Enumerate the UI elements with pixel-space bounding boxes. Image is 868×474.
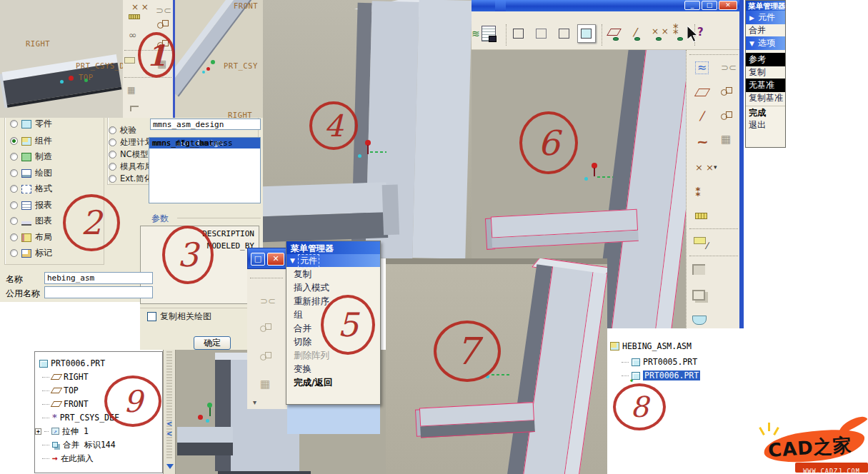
note-tool-icon[interactable]: [124, 57, 135, 64]
menu-item-transform[interactable]: 变换: [286, 362, 380, 375]
menu-item-no-datum-selected[interactable]: 无基准: [746, 79, 785, 92]
model-geometry-column[interactable]: [507, 264, 607, 474]
datum-point-tool-icon[interactable]: × ×: [695, 163, 714, 172]
plane-offset-icon[interactable]: [260, 323, 271, 333]
menu-manager-popup-title[interactable]: 菜单管理器: [286, 241, 380, 254]
model-geometry-beam[interactable]: [419, 402, 542, 443]
scroll-down-arrow[interactable]: [166, 464, 174, 469]
grid-tool-icon[interactable]: ▦: [127, 86, 135, 94]
pattern-grid-icon[interactable]: ▦: [721, 134, 731, 145]
type-option-report[interactable]: 报表: [10, 199, 52, 211]
tree-item-front[interactable]: FRONT: [42, 398, 89, 410]
menu-item-quit[interactable]: 退出: [746, 119, 785, 131]
type-option-diagram[interactable]: 图表: [10, 215, 52, 227]
menu-item-merge[interactable]: 合并: [746, 24, 785, 36]
tree-item-part6-selected[interactable]: ◆PRT0006.PRT: [622, 369, 700, 382]
common-name-field[interactable]: [44, 286, 153, 298]
model-geometry-beam[interactable]: [491, 209, 642, 254]
copy-drawings-checkbox-row[interactable]: 复制相关绘图: [147, 311, 211, 323]
datum-axes-toggle-icon[interactable]: /: [633, 27, 637, 38]
corner-tool-icon[interactable]: [130, 106, 139, 111]
tree-item-part[interactable]: PRT0006.PRT: [39, 357, 105, 370]
axis-offset-icon[interactable]: [721, 111, 732, 121]
subtype-option-mold-layout[interactable]: 模具布局: [109, 161, 153, 172]
sketch-sep-icon[interactable]: ⊃⊂: [721, 63, 737, 72]
menu-item-insert-mode[interactable]: 插入模式: [286, 281, 380, 294]
tree-item-merge[interactable]: 合并 标识144: [42, 438, 116, 451]
expand-icon[interactable]: +: [35, 428, 41, 435]
chevron-left-icon[interactable]: <: [166, 430, 172, 438]
hole-tool-icon[interactable]: [692, 316, 707, 325]
model-geometry-beam[interactable]: [263, 178, 401, 251]
shading-display-button[interactable]: [577, 24, 596, 43]
type-option-layout[interactable]: 布局: [10, 231, 52, 243]
pattern-grid-icon[interactable]: ▦: [260, 379, 270, 390]
background-window-titlebar[interactable]: □ ✕: [247, 248, 289, 269]
maximize-button[interactable]: □: [702, 1, 717, 10]
no-hidden-display-icon[interactable]: [559, 29, 569, 39]
type-option-part[interactable]: 零件: [10, 118, 52, 130]
logo-url-band[interactable]: WWW.CADZJ.COM: [795, 463, 868, 473]
menu-item-reference-selected[interactable]: 参考: [746, 53, 785, 66]
ok-button[interactable]: 确定: [194, 336, 231, 350]
datum-plane-offset-icon[interactable]: [157, 20, 169, 30]
component-assemble-icon[interactable]: [692, 290, 705, 301]
menu-section-component[interactable]: ▼元件: [286, 254, 380, 267]
subtype-option-nc-model[interactable]: NC模型: [109, 149, 149, 160]
sketch-sep-icon[interactable]: ⊃⊂: [156, 6, 171, 15]
hidden-line-display-icon[interactable]: [536, 29, 547, 39]
datum-axis-tool-icon[interactable]: /: [699, 110, 704, 122]
type-option-markup[interactable]: 标记: [10, 247, 52, 259]
template-option[interactable]: mmns_mfg_cmm: [149, 138, 260, 148]
close-button[interactable]: ✕: [719, 1, 737, 10]
minimize-button[interactable]: _: [684, 1, 700, 10]
viewport-main-assembly[interactable]: [263, 0, 472, 258]
ruler-tool-icon[interactable]: [129, 14, 140, 19]
datum-plane-tool-icon[interactable]: [694, 89, 710, 96]
menu-item-copy[interactable]: 复制: [286, 267, 380, 281]
close-button[interactable]: ✕: [267, 253, 284, 266]
subtype-option-ext-simplified[interactable]: Ext.简化: [109, 173, 152, 184]
menu-item-done[interactable]: 完成: [746, 106, 785, 119]
menu-section-options[interactable]: ▼选项: [746, 36, 785, 50]
model-geometry[interactable]: [175, 0, 252, 97]
tree-item-insert-here[interactable]: →在此插入: [42, 452, 94, 465]
menu-section-component[interactable]: ▶元件: [746, 11, 785, 24]
more-tools-caret[interactable]: ▾: [253, 399, 256, 406]
axis-offset-icon[interactable]: [260, 352, 271, 362]
datum-planes-toggle-icon[interactable]: [607, 29, 622, 36]
viewport-part-iso[interactable]: RIGHT PRT_CSYS_D TOP: [0, 0, 123, 120]
note-tool-icon[interactable]: [694, 237, 706, 244]
datum-points-toggle-icon[interactable]: × ×: [652, 27, 669, 36]
menu-item-copy[interactable]: 复制: [746, 66, 785, 79]
type-option-assembly[interactable]: 组件: [10, 135, 52, 147]
datum-csys-toggle-icon[interactable]: ⁑: [673, 26, 679, 36]
window-scroll-strip[interactable]: < <: [163, 350, 176, 474]
link-tool-icon[interactable]: ∞: [129, 30, 137, 40]
repaint-icon[interactable]: ≋: [472, 29, 480, 39]
subtype-option-process-plan[interactable]: 处理计划: [109, 137, 153, 148]
name-field[interactable]: hebing_asm: [44, 272, 153, 284]
datum-point-tool-icon[interactable]: × ×: [131, 3, 149, 11]
sketch-sep-icon[interactable]: ⊃⊂: [260, 296, 276, 306]
type-option-format[interactable]: 格式: [10, 183, 52, 195]
copy-drawings-checkbox[interactable]: [147, 312, 156, 321]
datum-curve-tool-icon[interactable]: ~: [697, 134, 709, 148]
type-option-drawing[interactable]: 绘图: [10, 167, 52, 179]
tree-item-top[interactable]: TOP: [42, 384, 79, 397]
subtype-option-verify[interactable]: 校验: [109, 125, 136, 136]
datum-point-caret[interactable]: ▾: [714, 164, 717, 171]
sketch-tool-icon[interactable]: ≈: [695, 61, 709, 74]
chevron-left-icon[interactable]: <: [166, 420, 172, 428]
template-field[interactable]: mmns_asm_design: [150, 118, 261, 130]
wireframe-display-icon[interactable]: [513, 29, 524, 39]
component-create-icon[interactable]: [692, 264, 705, 275]
tree-item-extrude[interactable]: +↗拉伸 1: [35, 425, 89, 438]
menu-manager-side-title[interactable]: 菜单管理器: [746, 1, 785, 11]
menu-item-copy-datum[interactable]: 复制基准: [746, 92, 785, 104]
tree-item-right[interactable]: RIGHT: [42, 370, 89, 383]
menu-item-done-return[interactable]: 完成/返回: [286, 375, 380, 389]
tree-item-part5[interactable]: PRT0005.PRT: [622, 356, 697, 368]
field-point-tool-icon[interactable]: [695, 213, 707, 219]
csys-tool-icon[interactable]: ⁑: [695, 187, 701, 198]
